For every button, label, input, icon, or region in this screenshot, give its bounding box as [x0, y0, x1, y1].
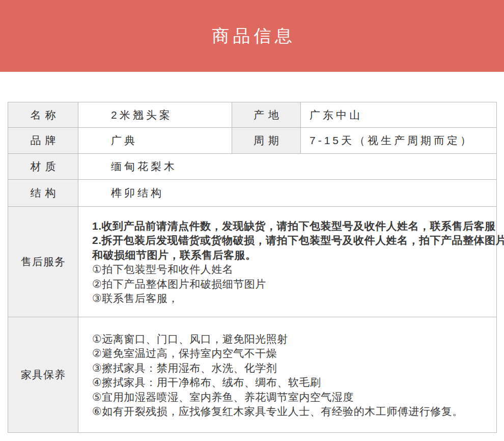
table-row-brand-cycle: 品牌 广典 周期 7-15天（视生产周期而定） — [8, 128, 497, 154]
after-sales-line: 和破损细节图片，联系售后客服。 — [92, 248, 488, 263]
care-content: ①远离窗口、门口、风口，避免阳光照射 ②避免室温过高，保持室内空气不干燥 ③擦拭… — [78, 317, 497, 433]
value-origin: 广东中山 — [301, 102, 497, 128]
table-row-structure: 结构 榫卯结构 — [8, 180, 497, 207]
label-origin: 产地 — [232, 102, 301, 128]
label-care: 家具保养 — [8, 317, 78, 433]
label-brand: 品牌 — [8, 128, 78, 154]
value-name: 2米翘头案 — [78, 102, 232, 128]
label-cycle: 周期 — [232, 128, 301, 154]
table-row-material: 材质 缅甸花梨木 — [8, 154, 497, 180]
after-sales-step: ②拍下产品整体图片和破损细节图片 — [92, 277, 488, 292]
care-item: ⑤宜用加湿器喷湿、室内养鱼、养花调节室内空气湿度 — [92, 390, 488, 405]
after-sales-line: 2.拆开包装后发现错货或货物破损，请拍下包装型号及收件人姓名，拍下产品整体图片 — [92, 233, 488, 248]
value-material: 缅甸花梨木 — [78, 154, 497, 180]
after-sales-step: ③联系售后客服， — [92, 291, 488, 306]
label-structure: 结构 — [8, 180, 78, 207]
table-row-name-origin: 名称 2米翘头案 产地 广东中山 — [8, 102, 497, 128]
care-item: ②避免室温过高，保持室内空气不干燥 — [92, 346, 488, 361]
value-structure: 榫卯结构 — [78, 180, 497, 207]
label-after-sales: 售后服务 — [8, 207, 78, 317]
table-row-care: 家具保养 ①远离窗口、门口、风口，避免阳光照射 ②避免室温过高，保持室内空气不干… — [8, 317, 497, 433]
product-info-table: 名称 2米翘头案 产地 广东中山 品牌 广典 周期 7-15天（视生产周期而定）… — [8, 102, 497, 433]
care-item: ③擦拭家具：禁用湿布、水洗、化学剂 — [92, 361, 488, 376]
care-item: ①远离窗口、门口、风口，避免阳光照射 — [92, 332, 488, 347]
care-item: ④擦拭家具：用干净棉布、绒布、绸布、软毛刷 — [92, 375, 488, 390]
label-name: 名称 — [8, 102, 78, 128]
after-sales-content: 1.收到产品前请清点件数，发现缺货，请拍下包装型号及收件人姓名，联系售后客服 2… — [78, 207, 497, 317]
page-title: 商品信息 — [209, 24, 296, 48]
header-banner: 商品信息 — [0, 0, 504, 72]
after-sales-line: 1.收到产品前请清点件数，发现缺货，请拍下包装型号及收件人姓名，联系售后客服 — [92, 219, 488, 234]
value-cycle: 7-15天（视生产周期而定） — [301, 128, 497, 154]
table-row-after-sales: 售后服务 1.收到产品前请清点件数，发现缺货，请拍下包装型号及收件人姓名，联系售… — [8, 207, 497, 317]
after-sales-step: ①拍下包装型号和收件人姓名 — [92, 262, 488, 277]
value-brand: 广典 — [78, 128, 232, 154]
label-material: 材质 — [8, 154, 78, 180]
care-item: ⑥如有开裂残损，应找修复红木家具专业人士、有经验的木工师傅进行修复。 — [92, 404, 488, 419]
